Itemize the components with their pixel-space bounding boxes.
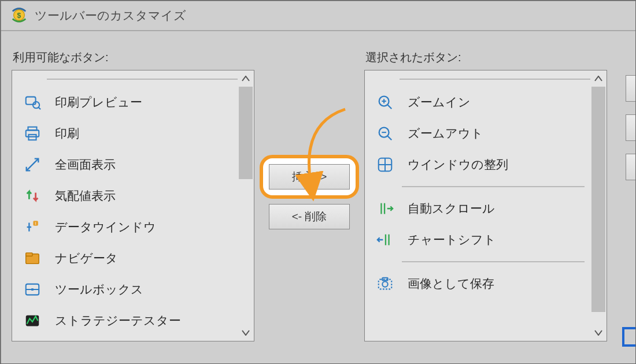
scroll-down-icon[interactable] [590, 325, 607, 341]
selected-buttons-panel: 選択されたボタン: ズームインズームアウトウインドウの整列自動スクロールチャート… [364, 50, 607, 341]
fullscreen-icon [23, 155, 42, 174]
side-button[interactable] [626, 154, 636, 180]
svg-line-24 [388, 136, 392, 140]
svg-rect-14 [26, 253, 32, 257]
list-item[interactable]: 全画面表示 [12, 149, 238, 180]
accent-rect [622, 327, 636, 347]
scrollbar[interactable] [590, 70, 607, 341]
svg-line-4 [38, 107, 40, 109]
list-item[interactable]: 画像として保存 [365, 268, 590, 299]
list-item[interactable]: 自動スクロール [365, 193, 590, 224]
insert-button[interactable]: 挿入 -> [269, 164, 350, 190]
svg-text:$: $ [17, 12, 21, 20]
svg-line-20 [388, 105, 392, 109]
zoom-in-icon [375, 92, 395, 112]
list-item-label: 全画面表示 [55, 157, 116, 173]
side-button[interactable] [626, 75, 636, 102]
list-item-label: 画像として保存 [408, 276, 494, 292]
svg-rect-2 [26, 97, 36, 105]
tile-windows-icon [375, 155, 395, 174]
svg-rect-6 [26, 130, 39, 136]
scrollbar[interactable] [238, 70, 254, 341]
list-item[interactable]: 印刷 [12, 118, 238, 149]
list-item[interactable]: 印刷プレビュー [12, 87, 238, 118]
content-area: 利用可能なボタン: 印刷プレビュー印刷全画面表示気配値表示iデータウインドウナビ… [1, 31, 636, 341]
separator [402, 186, 585, 187]
scroll-thumb[interactable] [239, 87, 253, 179]
preview-icon [23, 92, 42, 112]
list-item-label: ストラテジーテスター [55, 313, 181, 329]
list-item-label: ウインドウの整列 [408, 157, 508, 173]
selected-buttons-list[interactable]: ズームインズームアウトウインドウの整列自動スクロールチャートシフト画像として保存 [364, 70, 607, 341]
list-item-label: ナビゲータ [55, 250, 118, 266]
insert-button-highlight: 挿入 -> [260, 155, 359, 199]
navigator-icon [23, 248, 42, 268]
list-item-label: ツールボックス [55, 281, 143, 298]
list-item[interactable]: 気配値表示 [12, 180, 238, 211]
scroll-up-icon[interactable] [238, 70, 254, 87]
window-title: ツールバーのカスタマイズ [35, 8, 186, 24]
save-image-icon [375, 274, 395, 294]
svg-rect-17 [31, 288, 34, 291]
list-item[interactable]: ズームイン [365, 87, 590, 118]
list-item[interactable]: ウインドウの整列 [365, 149, 590, 180]
market-watch-icon [23, 186, 42, 206]
list-item[interactable]: チャートシフト [365, 224, 590, 255]
selected-buttons-label: 選択されたボタン: [365, 50, 607, 65]
side-button[interactable] [626, 114, 636, 141]
list-item[interactable]: ストラテジーテスター [12, 305, 238, 336]
scroll-up-icon[interactable] [590, 70, 607, 87]
chart-shift-icon [375, 230, 395, 250]
list-item-label: 印刷 [55, 125, 79, 142]
list-item-label: 自動スクロール [408, 200, 495, 217]
list-item-label: ズームアウト [408, 125, 483, 142]
scroll-down-icon[interactable] [238, 325, 254, 341]
print-icon [23, 124, 42, 143]
list-item[interactable]: ズームアウト [365, 118, 590, 149]
svg-point-34 [382, 281, 387, 287]
auto-scroll-icon [375, 199, 395, 218]
toolbox-icon [23, 280, 42, 299]
list-item-label: データウインドウ [55, 219, 156, 235]
list-item-label: チャートシフト [408, 232, 496, 248]
titlebar: $ ツールバーのカスタマイズ [1, 1, 636, 31]
transfer-buttons: 挿入 -> <- 削除 [254, 155, 364, 229]
data-window-icon: i [23, 217, 42, 237]
scroll-thumb[interactable] [591, 87, 605, 312]
separator [402, 261, 585, 262]
strategy-tester-icon [23, 311, 42, 330]
available-buttons-list[interactable]: 印刷プレビュー印刷全画面表示気配値表示iデータウインドウナビゲータツールボックス… [12, 70, 254, 341]
app-icon: $ [10, 7, 28, 24]
list-item-label: 印刷プレビュー [55, 94, 142, 110]
list-item[interactable]: iデータウインドウ [12, 211, 238, 243]
customize-toolbar-dialog: $ ツールバーのカスタマイズ 利用可能なボタン: 印刷プレビュー印刷全画面表示気… [1, 1, 636, 364]
remove-button[interactable]: <- 削除 [269, 204, 350, 229]
list-item-label: ズームイン [408, 94, 471, 110]
available-buttons-label: 利用可能なボタン: [13, 50, 254, 65]
list-item[interactable]: ツールボックス [12, 274, 238, 305]
side-button-stubs [626, 75, 636, 180]
list-item-label: 気配値表示 [55, 188, 116, 204]
svg-line-8 [27, 159, 39, 171]
available-buttons-panel: 利用可能なボタン: 印刷プレビュー印刷全画面表示気配値表示iデータウインドウナビ… [12, 50, 254, 341]
list-item[interactable]: ナビゲータ [12, 243, 238, 274]
zoom-out-icon [375, 124, 395, 143]
